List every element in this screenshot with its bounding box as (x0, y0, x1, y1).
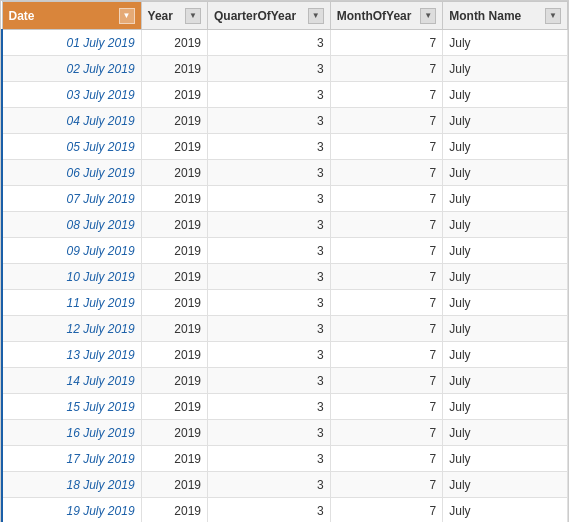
cell-quarter-0: 3 (208, 30, 331, 56)
cell-date-15: 16 July 2019 (2, 420, 141, 446)
table-row: 16 July 2019201937July (2, 420, 568, 446)
cell-month-1: 7 (330, 56, 442, 82)
column-dropdown-year[interactable]: ▼ (185, 8, 201, 24)
column-dropdown-month[interactable]: ▼ (420, 8, 436, 24)
column-dropdown-monthname[interactable]: ▼ (545, 8, 561, 24)
cell-year-7: 2019 (141, 212, 207, 238)
table-row: 15 July 2019201937July (2, 394, 568, 420)
cell-date-16: 17 July 2019 (2, 446, 141, 472)
cell-month-10: 7 (330, 290, 442, 316)
cell-year-14: 2019 (141, 394, 207, 420)
cell-date-11: 12 July 2019 (2, 316, 141, 342)
cell-monthname-2: July (443, 82, 568, 108)
cell-month-6: 7 (330, 186, 442, 212)
table-row: 07 July 2019201937July (2, 186, 568, 212)
data-table: Date▼Year▼QuarterOfYear▼MonthOfYear▼Mont… (0, 0, 569, 522)
cell-month-17: 7 (330, 472, 442, 498)
cell-year-10: 2019 (141, 290, 207, 316)
table-row: 06 July 2019201937July (2, 160, 568, 186)
cell-quarter-1: 3 (208, 56, 331, 82)
cell-monthname-16: July (443, 446, 568, 472)
cell-monthname-1: July (443, 56, 568, 82)
cell-monthname-12: July (443, 342, 568, 368)
cell-year-5: 2019 (141, 160, 207, 186)
cell-date-6: 07 July 2019 (2, 186, 141, 212)
column-label-year: Year (148, 9, 185, 23)
cell-monthname-4: July (443, 134, 568, 160)
column-dropdown-date[interactable]: ▼ (119, 8, 135, 24)
cell-year-16: 2019 (141, 446, 207, 472)
cell-month-9: 7 (330, 264, 442, 290)
column-header-monthname: Month Name▼ (443, 2, 568, 30)
column-label-quarter: QuarterOfYear (214, 9, 308, 23)
column-header-quarter: QuarterOfYear▼ (208, 2, 331, 30)
table-row: 08 July 2019201937July (2, 212, 568, 238)
column-label-monthname: Month Name (449, 9, 545, 23)
cell-monthname-11: July (443, 316, 568, 342)
cell-date-7: 08 July 2019 (2, 212, 141, 238)
table-row: 04 July 2019201937July (2, 108, 568, 134)
table-row: 05 July 2019201937July (2, 134, 568, 160)
column-header-year: Year▼ (141, 2, 207, 30)
cell-date-3: 04 July 2019 (2, 108, 141, 134)
cell-date-9: 10 July 2019 (2, 264, 141, 290)
cell-quarter-8: 3 (208, 238, 331, 264)
cell-quarter-16: 3 (208, 446, 331, 472)
table-row: 14 July 2019201937July (2, 368, 568, 394)
table-header: Date▼Year▼QuarterOfYear▼MonthOfYear▼Mont… (2, 2, 568, 30)
cell-monthname-17: July (443, 472, 568, 498)
cell-quarter-18: 3 (208, 498, 331, 523)
cell-monthname-3: July (443, 108, 568, 134)
cell-date-0: 01 July 2019 (2, 30, 141, 56)
cell-monthname-13: July (443, 368, 568, 394)
cell-year-1: 2019 (141, 56, 207, 82)
table-row: 17 July 2019201937July (2, 446, 568, 472)
cell-quarter-17: 3 (208, 472, 331, 498)
table-row: 10 July 2019201937July (2, 264, 568, 290)
cell-month-14: 7 (330, 394, 442, 420)
cell-monthname-5: July (443, 160, 568, 186)
cell-month-3: 7 (330, 108, 442, 134)
cell-monthname-15: July (443, 420, 568, 446)
cell-month-2: 7 (330, 82, 442, 108)
cell-month-5: 7 (330, 160, 442, 186)
cell-quarter-10: 3 (208, 290, 331, 316)
cell-month-12: 7 (330, 342, 442, 368)
column-dropdown-quarter[interactable]: ▼ (308, 8, 324, 24)
cell-year-11: 2019 (141, 316, 207, 342)
cell-year-9: 2019 (141, 264, 207, 290)
cell-year-12: 2019 (141, 342, 207, 368)
cell-month-16: 7 (330, 446, 442, 472)
cell-quarter-7: 3 (208, 212, 331, 238)
cell-monthname-0: July (443, 30, 568, 56)
cell-date-10: 11 July 2019 (2, 290, 141, 316)
cell-date-13: 14 July 2019 (2, 368, 141, 394)
cell-quarter-5: 3 (208, 160, 331, 186)
cell-month-8: 7 (330, 238, 442, 264)
column-header-month: MonthOfYear▼ (330, 2, 442, 30)
cell-month-7: 7 (330, 212, 442, 238)
column-header-date: Date▼ (2, 2, 141, 30)
table-row: 18 July 2019201937July (2, 472, 568, 498)
cell-quarter-6: 3 (208, 186, 331, 212)
cell-date-17: 18 July 2019 (2, 472, 141, 498)
cell-monthname-14: July (443, 394, 568, 420)
column-label-date: Date (9, 9, 119, 23)
column-label-month: MonthOfYear (337, 9, 420, 23)
cell-quarter-3: 3 (208, 108, 331, 134)
cell-month-15: 7 (330, 420, 442, 446)
table-row: 19 July 2019201937July (2, 498, 568, 523)
cell-date-2: 03 July 2019 (2, 82, 141, 108)
cell-year-18: 2019 (141, 498, 207, 523)
cell-year-2: 2019 (141, 82, 207, 108)
table-row: 09 July 2019201937July (2, 238, 568, 264)
cell-quarter-13: 3 (208, 368, 331, 394)
cell-date-4: 05 July 2019 (2, 134, 141, 160)
cell-year-3: 2019 (141, 108, 207, 134)
cell-quarter-14: 3 (208, 394, 331, 420)
table-row: 12 July 2019201937July (2, 316, 568, 342)
cell-year-4: 2019 (141, 134, 207, 160)
cell-year-8: 2019 (141, 238, 207, 264)
cell-monthname-10: July (443, 290, 568, 316)
cell-monthname-8: July (443, 238, 568, 264)
